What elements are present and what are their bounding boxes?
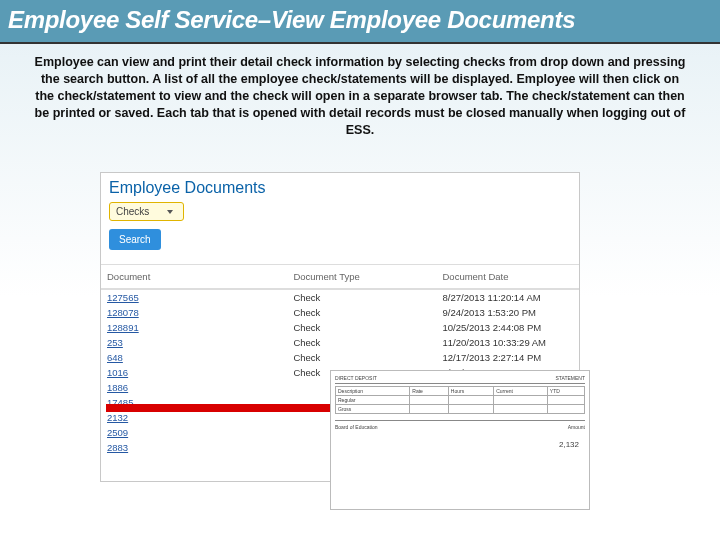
document-link[interactable]: 2883	[107, 442, 293, 453]
annotation-arrow	[106, 404, 336, 412]
document-type: Check	[293, 337, 442, 348]
checks-dropdown[interactable]: Checks	[109, 202, 184, 221]
document-type: Check	[293, 352, 442, 363]
document-type: Check	[293, 307, 442, 318]
col-type: Document Type	[293, 271, 442, 282]
check-header-right: STATEMENT	[555, 375, 585, 381]
document-type: Check	[293, 292, 442, 303]
col-date: Document Date	[443, 271, 573, 282]
slide-title: Employee Self Service–View Employee Docu…	[0, 0, 720, 44]
check-detail-popup: DIRECT DEPOSIT STATEMENT DescriptionRate…	[330, 370, 590, 510]
dropdown-label: Checks	[116, 206, 149, 217]
check-header-left: DIRECT DEPOSIT	[335, 375, 377, 381]
document-link[interactable]: 253	[107, 337, 293, 348]
document-date: 10/25/2013 2:44:08 PM	[443, 322, 573, 333]
check-amount: 2,132	[335, 440, 585, 449]
table-row: 648Check12/17/2013 2:27:14 PM	[101, 350, 579, 365]
col-document: Document	[107, 271, 293, 282]
check-amount-label: Amount	[568, 424, 585, 430]
table-header: Document Document Type Document Date	[101, 265, 579, 290]
document-link[interactable]: 128078	[107, 307, 293, 318]
document-link[interactable]: 128891	[107, 322, 293, 333]
document-link[interactable]: 127565	[107, 292, 293, 303]
check-earnings-table: DescriptionRateHoursCurrentYTD Regular G…	[335, 386, 585, 414]
search-button[interactable]: Search	[109, 229, 161, 250]
document-link[interactable]: 1886	[107, 382, 293, 393]
table-row: 128891Check10/25/2013 2:44:08 PM	[101, 320, 579, 335]
document-link[interactable]: 2509	[107, 427, 293, 438]
document-date: 9/24/2013 1:53:20 PM	[443, 307, 573, 318]
table-row: 127565Check8/27/2013 11:20:14 AM	[101, 290, 579, 305]
page-title: Employee Documents	[101, 173, 579, 201]
table-row: 253Check11/20/2013 10:33:29 AM	[101, 335, 579, 350]
table-row: 128078Check9/24/2013 1:53:20 PM	[101, 305, 579, 320]
document-date: 12/17/2013 2:27:14 PM	[443, 352, 573, 363]
document-date: 11/20/2013 10:33:29 AM	[443, 337, 573, 348]
document-link[interactable]: 648	[107, 352, 293, 363]
intro-paragraph: Employee can view and print their detail…	[0, 44, 720, 142]
document-type: Check	[293, 322, 442, 333]
document-date: 8/27/2013 11:20:14 AM	[443, 292, 573, 303]
document-link[interactable]: 2132	[107, 412, 293, 423]
check-issuer: Board of Education	[335, 424, 378, 430]
document-link[interactable]: 1016	[107, 367, 293, 378]
chevron-down-icon	[167, 210, 173, 214]
